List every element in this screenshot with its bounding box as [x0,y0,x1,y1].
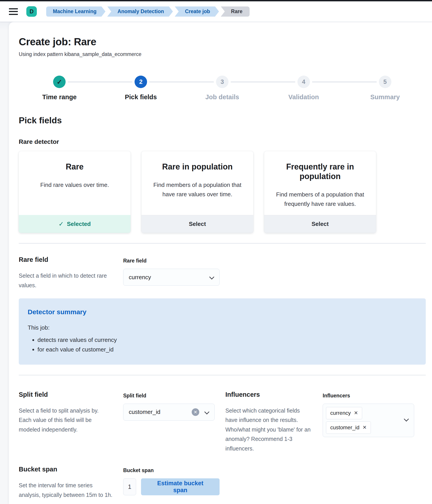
estimate-bucket-span-button[interactable]: Estimate bucket span [141,478,220,495]
step-job-details[interactable]: 3 Job details [182,76,263,101]
breadcrumb-machine-learning[interactable]: Machine Learning [46,7,106,17]
card-description: Find members of a population that have r… [150,180,245,199]
rare-field-select[interactable]: currency [123,269,220,286]
step-number: 5 [379,76,391,88]
detector-summary-title: Detector summary [28,308,417,316]
step-validation[interactable]: 4 Validation [263,76,344,101]
split-field-value: customer_id [129,409,160,415]
space-avatar[interactable]: D [26,6,37,17]
step-label: Validation [288,93,319,101]
rare-field-row: Rare field Select a field in which to de… [19,256,426,290]
influencers-label: Influencers [323,393,414,399]
rare-field-description: Select a field in which to detect rare v… [19,271,112,290]
detector-card-frequently-rare: Frequently rare in population Find membe… [264,151,376,233]
detector-summary-list: detects rare values of currency for each… [37,335,417,354]
chevron-down-icon [404,416,409,422]
bucket-span-description: Set the interval for time series analysi… [19,481,112,500]
influencers-combobox[interactable]: currency ✕ customer_id ✕ [323,404,414,437]
chevron-down-icon [209,275,214,280]
split-field-combobox[interactable]: customer_id ✕ [123,404,215,421]
step-number: 3 [216,76,229,88]
step-label: Job details [205,93,239,101]
card-description: Find members of a population that freque… [273,190,368,208]
card-title: Rare in population [150,162,245,171]
card-title: Rare [27,162,122,171]
split-field-label: Split field [123,393,215,399]
breadcrumb: Machine Learning Anomaly Detection Creat… [46,7,250,17]
detector-card-rare-in-population: Rare in population Find members of a pop… [141,151,253,233]
breadcrumb-create-job[interactable]: Create job [175,7,219,17]
step-check-icon: ✓ [53,76,66,88]
influencers-description: Select which categorical fields have inf… [225,406,312,453]
tag-label: customer_id [330,424,359,431]
card-description: Find rare values over time. [27,180,122,190]
remove-tag-icon[interactable]: ✕ [354,410,358,416]
breadcrumb-anomaly-detection[interactable]: Anomaly Detection [107,7,173,17]
section-divider [19,375,426,375]
tag-label: currency [330,410,351,416]
summary-bullet: detects rare values of currency [37,335,417,345]
wizard-stepper: ✓ Time range 2 Pick fields 3 Job details… [19,76,426,101]
split-field-heading: Split field [19,391,112,398]
split-field-description: Select a field to split analysis by. Eac… [19,406,112,434]
page-title: Create job: Rare [19,36,426,48]
clear-selection-icon[interactable]: ✕ [192,408,199,416]
influencer-tag-customer-id: customer_id ✕ [326,422,371,434]
rare-detector-heading: Rare detector [19,138,426,145]
menu-hamburger-icon[interactable] [9,8,18,15]
check-icon: ✓ [58,220,64,228]
bucket-span-label: Bucket span [123,468,220,473]
detector-card-rare: Rare Find rare values over time. ✓ Selec… [19,151,130,233]
rare-field-heading: Rare field [19,256,112,263]
bucket-span-row: Bucket span Set the interval for time se… [19,466,426,500]
detector-summary-intro: This job: [28,324,417,331]
step-summary[interactable]: 5 Summary [344,76,426,101]
step-label: Pick fields [125,93,157,101]
rare-selected-button[interactable]: ✓ Selected [19,215,130,233]
detector-summary-callout: Detector summary This job: detects rare … [19,298,426,365]
rare-field-value: currency [129,274,151,281]
summary-bullet: for each value of customer_id [37,345,417,354]
create-job-panel: Create job: Rare Using index pattern kib… [9,22,432,504]
card-action-label: Select [189,221,206,227]
top-navigation-bar: D Machine Learning Anomaly Detection Cre… [0,1,432,22]
pick-fields-heading: Pick fields [19,116,426,125]
index-pattern-subtitle: Using index pattern kibana_sample_data_e… [19,51,426,57]
split-and-influencers-row: Split field Select a field to split anal… [19,391,426,453]
rare-in-population-select-button[interactable]: Select [141,215,253,233]
card-action-label: Select [312,221,329,227]
step-time-range[interactable]: ✓ Time range [19,76,100,101]
detector-card-group: Rare Find rare values over time. ✓ Selec… [19,151,426,233]
chevron-down-icon [204,409,210,414]
remove-tag-icon[interactable]: ✕ [363,425,367,430]
influencers-heading: Influencers [225,391,312,398]
card-title: Frequently rare in population [273,162,368,181]
bucket-span-heading: Bucket span [19,466,112,473]
card-action-label: Selected [67,221,91,227]
bucket-span-input[interactable] [123,478,136,495]
rare-field-label: Rare field [123,258,220,264]
step-number: 2 [135,76,147,88]
step-pick-fields[interactable]: 2 Pick fields [100,76,182,101]
breadcrumb-rare-current: Rare [221,7,249,17]
frequently-rare-select-button[interactable]: Select [264,215,376,233]
step-number: 4 [297,76,310,88]
influencer-tag-currency: currency ✕ [326,407,362,419]
step-label: Time range [42,93,76,101]
section-divider [19,243,426,243]
step-label: Summary [370,93,400,101]
